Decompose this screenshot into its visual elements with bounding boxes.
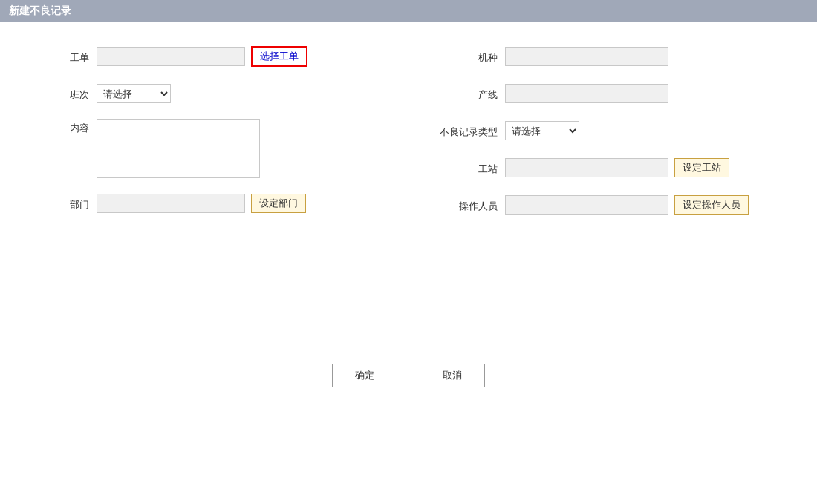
set-station-button[interactable]: 设定工站	[674, 158, 729, 177]
station-label: 工站	[431, 160, 498, 176]
operator-input[interactable]	[505, 195, 668, 215]
machine-input[interactable]	[505, 47, 668, 66]
line-input[interactable]	[505, 84, 668, 103]
operator-label: 操作人员	[431, 197, 498, 213]
set-department-button[interactable]: 设定部门	[251, 194, 306, 213]
department-input[interactable]	[97, 194, 245, 213]
department-label: 部门	[30, 195, 89, 212]
content-label: 内容	[30, 119, 89, 135]
line-label: 产线	[431, 85, 498, 102]
confirm-button[interactable]: 确定	[332, 364, 397, 387]
shift-select[interactable]: 请选择	[97, 84, 171, 103]
record-type-label: 不良记录类型	[431, 122, 498, 139]
title-bar: 新建不良记录	[0, 0, 817, 22]
station-input[interactable]	[505, 158, 668, 177]
workorder-label: 工单	[30, 48, 89, 65]
select-workorder-button[interactable]: 选择工单	[251, 46, 307, 67]
record-type-select[interactable]: 请选择	[505, 121, 579, 140]
set-operator-button[interactable]: 设定操作人员	[674, 195, 749, 215]
page-title: 新建不良记录	[9, 4, 71, 16]
footer-buttons: 确定 取消	[30, 364, 787, 417]
machine-label: 机种	[431, 48, 498, 65]
cancel-button[interactable]: 取消	[420, 364, 485, 387]
content-textarea[interactable]	[97, 119, 260, 178]
shift-label: 班次	[30, 85, 89, 102]
workorder-input[interactable]	[97, 47, 245, 66]
